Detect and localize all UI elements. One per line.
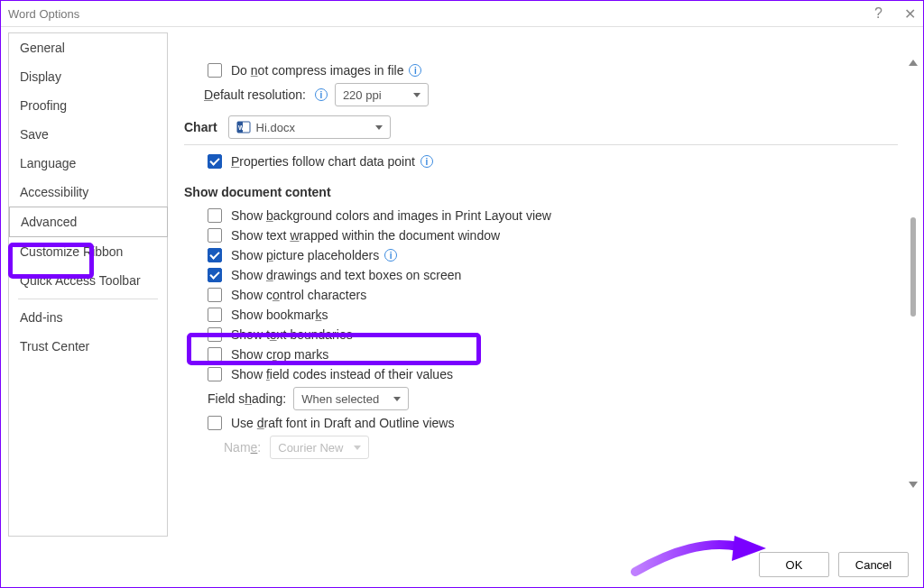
content-panel: placeholder Do not compress images in fi… <box>168 27 923 542</box>
cutoff-row: placeholder <box>184 27 898 58</box>
sidebar-divider <box>18 299 158 299</box>
row-properties-follow: Properties follow chart data point i <box>204 154 898 169</box>
checkbox-show-drawings[interactable] <box>208 268 222 282</box>
row-show-text-boundaries: Show text boundaries <box>204 327 898 342</box>
scroll-down-icon[interactable] <box>909 482 918 488</box>
chevron-down-icon <box>413 93 420 97</box>
row-show-field-codes: Show field codes instead of their values <box>204 367 898 381</box>
titlebar: Word Options ? ✕ <box>1 1 923 26</box>
row-field-shading: Field shading: When selected <box>204 387 898 410</box>
row-show-bookmarks: Show bookmarks <box>204 308 898 322</box>
divider <box>184 144 898 145</box>
row-do-not-compress: Do not compress images in file i <box>204 63 898 78</box>
dropdown-chart-document[interactable]: W Hi.docx <box>228 115 391 139</box>
svg-text:W: W <box>238 124 245 131</box>
row-show-background: Show background colors and images in Pri… <box>204 208 898 223</box>
checkbox-use-draft-font[interactable] <box>208 416 222 430</box>
label-properties-follow: Properties follow chart data point <box>231 154 415 169</box>
sidebar-item-customize-ribbon[interactable]: Customize Ribbon <box>9 237 167 266</box>
cancel-button[interactable]: Cancel <box>838 552 909 577</box>
dropdown-draft-name: Courier New <box>270 436 369 459</box>
info-icon[interactable]: i <box>384 249 397 262</box>
chevron-down-icon <box>393 397 401 401</box>
info-icon[interactable]: i <box>315 88 328 101</box>
row-use-draft-font: Use draft font in Draft and Outline view… <box>204 416 898 430</box>
scroll-thumb[interactable] <box>910 217 916 317</box>
scroll-up-icon[interactable] <box>909 60 918 66</box>
scrollbar[interactable] <box>907 60 919 488</box>
close-icon[interactable]: ✕ <box>904 5 916 23</box>
row-show-crop-marks: Show crop marks <box>204 347 898 362</box>
checkbox-show-bookmarks[interactable] <box>208 308 222 322</box>
sidebar-item-proofing[interactable]: Proofing <box>9 91 167 120</box>
info-icon[interactable]: i <box>420 155 433 168</box>
checkbox-show-text-boundaries[interactable] <box>208 327 222 342</box>
sidebar-item-general[interactable]: General <box>9 33 167 62</box>
help-icon[interactable]: ? <box>874 5 882 22</box>
sidebar-item-addins[interactable]: Add-ins <box>9 303 167 332</box>
footer: OK Cancel <box>1 542 923 587</box>
section-show-document-content: Show document content <box>184 185 898 199</box>
checkbox-show-wrapped[interactable] <box>208 228 222 243</box>
row-show-drawings: Show drawings and text boxes on screen <box>204 268 898 282</box>
sidebar-item-accessibility[interactable]: Accessibility <box>9 178 167 207</box>
sidebar-item-quick-access-toolbar[interactable]: Quick Access Toolbar <box>9 266 167 295</box>
checkbox-show-field-codes[interactable] <box>208 367 222 381</box>
row-show-control-chars: Show control characters <box>204 288 898 302</box>
checkbox-show-crop-marks[interactable] <box>208 347 222 362</box>
row-show-picture-placeholders: Show picture placeholders i <box>204 248 898 262</box>
row-draft-name: Name: Courier New <box>224 436 898 459</box>
sidebar-item-save[interactable]: Save <box>9 120 167 149</box>
row-chart: Chart W Hi.docx <box>184 115 898 139</box>
sidebar-item-trust-center[interactable]: Trust Center <box>9 332 167 361</box>
checkbox-do-not-compress[interactable] <box>208 63 222 78</box>
dropdown-field-shading[interactable]: When selected <box>293 387 409 410</box>
label-draft-name: Name: <box>224 440 261 455</box>
sidebar: General Display Proofing Save Language A… <box>8 32 168 537</box>
sidebar-item-language[interactable]: Language <box>9 149 167 178</box>
checkbox-show-background[interactable] <box>208 208 222 223</box>
row-show-wrapped: Show text wrapped within the document wi… <box>204 228 898 243</box>
info-icon[interactable]: i <box>409 64 421 77</box>
word-doc-icon: W <box>236 120 251 134</box>
chevron-down-icon <box>354 446 361 450</box>
checkbox-properties-follow[interactable] <box>208 154 222 169</box>
dropdown-default-resolution[interactable]: 220 ppi <box>335 83 429 106</box>
chevron-down-icon <box>375 125 383 130</box>
word-options-dialog: Word Options ? ✕ General Display Proofin… <box>0 0 924 588</box>
label-field-shading: Field shading: <box>208 391 286 406</box>
checkbox-show-picture-placeholders[interactable] <box>208 248 222 262</box>
ok-button[interactable]: OK <box>759 552 829 577</box>
sidebar-item-advanced[interactable]: Advanced <box>9 207 168 237</box>
checkbox-show-control-chars[interactable] <box>208 288 222 302</box>
window-title: Word Options <box>8 7 79 21</box>
row-default-resolution: Default resolution: i 220 ppi <box>204 83 898 106</box>
sidebar-item-display[interactable]: Display <box>9 62 167 91</box>
label-do-not-compress: Do not compress images in file <box>231 63 403 78</box>
label-chart: Chart <box>184 120 217 134</box>
label-default-resolution: Default resolution: <box>204 87 306 102</box>
